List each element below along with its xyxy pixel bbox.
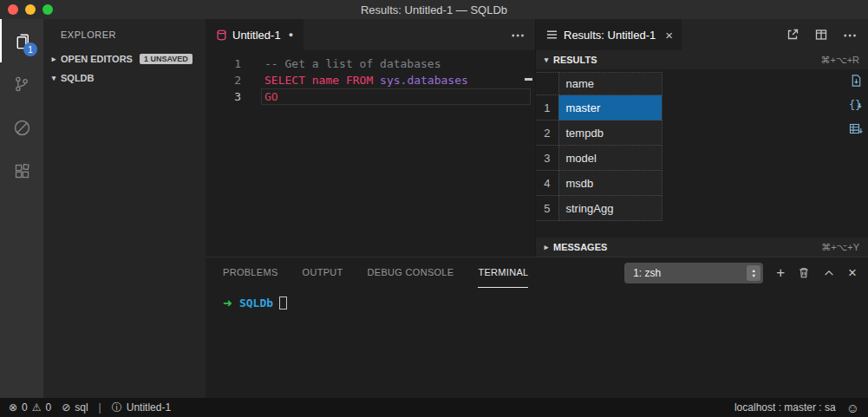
zoom-window-button[interactable] [42,4,53,15]
editor-results-split: Untitled-1 ● ⋯ 1 -- Get a list of databa… [206,19,868,257]
results-tab-bar: Results: Untitled-1 × [536,19,868,50]
close-window-button[interactable] [8,4,18,15]
list-icon [546,29,558,40]
select-stepper-icon: ▲▼ [747,265,760,281]
code-line-2: 2 SELECT name FROM sys.databases [206,72,535,88]
grid-row[interactable]: 5 stringAgg [536,196,662,221]
scrollbar-decoration [525,78,532,81]
warning-count: 0 [46,401,52,414]
app-window: Results: Untitled-1 — SQLDb 1 [0,0,868,417]
extensions-icon [13,162,31,180]
more-actions-icon[interactable]: ⋯ [843,27,857,43]
results-panel-actions: ⋯ [786,19,868,50]
open-editors-label: OPEN EDITORS [61,54,133,64]
tab-label: Untitled-1 [232,29,281,42]
status-bar-left: ⊗ 0 ⚠ 0 ⊘ sql | ⓘ Untitled-1 [9,401,171,415]
grid-row[interactable]: 3 model [536,146,662,171]
sql-keyword: SELECT [264,74,305,87]
tab-untitled-1[interactable]: Untitled-1 ● [206,19,303,50]
maximize-panel-icon[interactable] [823,267,835,279]
unsaved-count-badge: 1 UNSAVED [140,54,193,64]
new-terminal-button[interactable]: + [776,265,785,280]
panel-tab-bar: PROBLEMS OUTPUT DEBUG CONSOLE TERMINAL 1… [206,257,868,288]
grid-cell[interactable]: tempdb [558,121,662,146]
close-icon[interactable]: × [665,28,673,42]
editor-more-actions-button[interactable]: ⋯ [511,19,525,50]
grid-cell[interactable]: stringAgg [558,196,662,221]
code-editor[interactable]: 1 -- Get a list of databases 2 SELECT na… [206,50,535,257]
grid-header-row: name [536,73,662,95]
messages-section-label: MESSAGES [553,242,607,252]
results-grid-area: name 1 master 2 tempdb 3 [536,69,868,238]
connection-status[interactable]: localhost : master : sa [734,401,836,414]
kill-terminal-icon[interactable] [798,266,810,279]
error-count: 0 [22,401,28,414]
grid-row-selected[interactable]: 1 master [536,95,662,121]
language-mode[interactable]: ⊘ sql [62,401,88,414]
feedback-smiley-icon[interactable]: ☺ [846,401,859,415]
chevron-down-icon: ▾ [47,74,61,82]
status-bar: ⊗ 0 ⚠ 0 ⊘ sql | ⓘ Untitled-1 localhost :… [0,398,868,417]
status-divider: | [99,401,101,414]
column-header-name[interactable]: name [558,73,662,95]
minimize-window-button[interactable] [25,4,36,15]
editor-and-panel-area: Untitled-1 ● ⋯ 1 -- Get a list of databa… [206,19,868,398]
tab-terminal[interactable]: TERMINAL [478,257,528,288]
grid-cell[interactable]: master [558,95,662,121]
activity-explorer-button[interactable]: 1 [0,19,43,62]
shell-select-value: 1: zsh [633,267,661,279]
editor-tab-bar: Untitled-1 ● ⋯ [206,19,535,50]
editor-group: Untitled-1 ● ⋯ 1 -- Get a list of databa… [206,19,535,257]
save-as-json-icon[interactable]: {} [849,98,863,112]
activity-circle-slash-button[interactable] [0,106,43,149]
line-number: 2 [206,72,253,88]
warning-icon: ⚠ [32,401,42,414]
folder-section-sqldb[interactable]: ▾ SQLDB [43,68,206,88]
grid-row[interactable]: 4 msdb [536,171,662,196]
grid-row[interactable]: 2 tempdb [536,121,662,146]
results-tab[interactable]: Results: Untitled-1 × [536,19,682,50]
grid-cell[interactable]: model [558,146,662,171]
code-text: -- Get a list of databases [253,55,441,72]
terminal[interactable]: ➜SQLDb [206,288,868,398]
activity-bar: 1 [0,19,43,398]
results-shortcut: ⌘+⌥+R [821,55,859,66]
close-panel-icon[interactable]: × [848,265,857,280]
row-number: 3 [536,146,558,171]
sql-object: sys.databases [373,74,468,87]
folder-label: SQLDB [61,73,95,83]
file-status[interactable]: ⓘ Untitled-1 [112,401,171,415]
save-as-csv-icon[interactable] [850,74,863,88]
tab-debug-console[interactable]: DEBUG CONSOLE [368,257,454,288]
grid-save-actions: {} [849,74,863,136]
code-line-1: 1 -- Get a list of databases [206,55,535,72]
row-number: 5 [536,196,558,221]
toggle-layout-icon[interactable] [814,28,828,42]
open-editors-section-header[interactable]: ▸ OPEN EDITORS 1 UNSAVED [43,49,206,68]
explorer-sidebar: EXPLORER ▸ OPEN EDITORS 1 UNSAVED ▾ SQLD… [43,19,206,398]
problems-status[interactable]: ⊗ 0 ⚠ 0 [9,401,51,414]
terminal-prompt-arrow: ➜ [223,296,232,309]
activity-extensions-button[interactable] [0,149,43,192]
terminal-cursor [279,296,287,309]
results-tab-label: Results: Untitled-1 [564,29,656,42]
save-as-excel-icon[interactable] [849,122,863,136]
results-section-label: RESULTS [553,55,597,65]
results-section-header[interactable]: ▾ RESULTS ⌘+⌥+R [536,50,868,69]
sql-column: name [305,74,346,87]
activity-source-control-button[interactable] [0,62,43,106]
grid-cell[interactable]: msdb [558,171,662,196]
terminal-shell-select[interactable]: 1: zsh ▲▼ [624,263,763,283]
modified-dot-icon: ● [289,30,293,39]
row-number: 1 [536,95,558,121]
row-number-header [536,73,558,95]
messages-shortcut: ⌘+⌥+Y [821,242,859,253]
results-grid: name 1 master 2 tempdb 3 [536,72,662,221]
tab-output[interactable]: OUTPUT [303,257,343,288]
tab-problems[interactable]: PROBLEMS [223,257,278,288]
error-icon: ⊗ [9,401,17,414]
circle-slash-icon: ⊘ [62,401,70,414]
title-bar: Results: Untitled-1 — SQLDb [0,0,868,19]
messages-section-header[interactable]: ▸ MESSAGES ⌘+⌥+Y [536,238,868,257]
open-in-editor-icon[interactable] [786,28,799,42]
